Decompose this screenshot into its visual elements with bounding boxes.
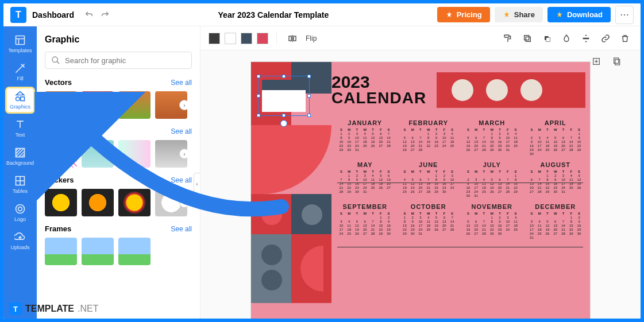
link-icon[interactable] <box>598 31 613 46</box>
month-may: MAYSMTWTFS 12345678910111213141516171819… <box>337 161 393 197</box>
color-swatch[interactable] <box>209 33 220 44</box>
section-title: Frames <box>45 224 71 233</box>
svg-point-4 <box>16 97 20 101</box>
watermark: T TEMPLATE.NET <box>9 302 98 315</box>
body: Templates Fill Graphics Text Background … <box>3 26 641 319</box>
dashboard-link[interactable]: Dashboard <box>32 10 74 20</box>
frame-thumb[interactable] <box>118 238 151 265</box>
redo-button[interactable] <box>98 8 112 22</box>
frame-thumb[interactable] <box>45 238 77 265</box>
see-all-stickers[interactable]: See all <box>171 176 192 184</box>
scroll-right-icon[interactable]: › <box>179 100 187 110</box>
svg-point-12 <box>52 57 57 62</box>
sticker-thumb[interactable] <box>45 189 77 216</box>
rail-uploads[interactable]: Uploads <box>6 228 34 254</box>
more-menu-button[interactable]: ⋯ <box>615 6 634 24</box>
app-logo[interactable]: T <box>10 7 26 23</box>
pricing-button[interactable]: Pricing <box>437 7 490 22</box>
vector-thumb[interactable]: › <box>155 91 187 119</box>
month-name: AUGUST <box>528 161 584 168</box>
copy-icon[interactable] <box>520 31 535 46</box>
calendar-word: CALENDAR <box>331 91 426 106</box>
illustration-thumb[interactable]: › <box>155 140 187 168</box>
download-label: Download <box>567 10 603 19</box>
collapse-panel-button[interactable]: ‹ <box>194 173 200 196</box>
selected-graphic[interactable] <box>258 76 310 116</box>
rail-logo[interactable]: Logo <box>6 200 34 226</box>
frame-thumb[interactable] <box>82 238 114 265</box>
color-swatch[interactable] <box>257 33 268 44</box>
trash-icon[interactable] <box>618 31 633 46</box>
section-illustrations: IllustrationsSee all › <box>45 127 192 168</box>
separator <box>276 32 277 45</box>
svg-rect-25 <box>615 60 620 65</box>
layer-icon[interactable] <box>539 31 554 46</box>
app-root: T Dashboard Year 2023 Calendar Template … <box>3 3 641 319</box>
month-name: DECEMBER <box>528 203 584 210</box>
see-all-illustrations[interactable]: See all <box>171 127 192 135</box>
color-swatch[interactable] <box>225 33 236 44</box>
sticker-thumb[interactable] <box>82 189 114 216</box>
search-input[interactable] <box>65 56 186 65</box>
svg-line-13 <box>57 61 59 64</box>
month-december: DECEMBERSMTWTFS 123456789101112131415161… <box>528 203 584 239</box>
download-button[interactable]: Download <box>547 7 611 22</box>
header: T Dashboard Year 2023 Calendar Template … <box>3 3 641 26</box>
rail-graphics[interactable]: Graphics <box>6 87 34 113</box>
scroll-right-icon[interactable]: › <box>179 149 187 159</box>
rail-label: Fill <box>17 76 24 82</box>
section-title: Vectors <box>45 78 72 87</box>
rail-label: Logo <box>14 216 26 222</box>
color-swatch[interactable] <box>241 33 252 44</box>
rail-templates[interactable]: Templates <box>6 31 34 57</box>
canvas[interactable]: 2023 CALENDAR JANUARYSMTWTFS123456789101… <box>200 51 641 319</box>
element-toolbar: Flip <box>200 26 641 51</box>
sticker-thumb[interactable]: › <box>155 189 187 216</box>
vector-thumb[interactable] <box>45 91 77 119</box>
rail-background[interactable]: Background <box>6 143 34 169</box>
vector-thumb[interactable] <box>118 91 151 119</box>
rail-label: Uploads <box>10 245 29 250</box>
svg-rect-0 <box>16 36 25 45</box>
sticker-thumb[interactable] <box>118 189 151 216</box>
duplicate-page-icon[interactable] <box>610 54 624 69</box>
month-name: JULY <box>464 161 520 168</box>
illustration-thumb[interactable] <box>118 140 151 168</box>
pricing-label: Pricing <box>457 10 482 19</box>
add-page-icon[interactable] <box>589 54 604 69</box>
rotate-handle[interactable] <box>280 120 287 127</box>
paint-roller-icon[interactable] <box>500 31 515 46</box>
rail-fill[interactable]: Fill <box>6 59 34 85</box>
svg-rect-26 <box>614 58 619 63</box>
month-name: FEBRUARY <box>401 119 457 126</box>
rail-tables[interactable]: Tables <box>6 172 34 197</box>
svg-point-11 <box>18 207 22 211</box>
document-title[interactable]: Year 2023 Calendar Template <box>114 10 433 20</box>
year-text: 2023 <box>331 74 426 91</box>
flip-button[interactable] <box>285 31 300 46</box>
droplet-icon[interactable] <box>559 31 574 46</box>
rail-text[interactable]: Text <box>6 115 34 141</box>
share-button[interactable]: Share <box>495 7 543 22</box>
calendar-page[interactable]: 2023 CALENDAR JANUARYSMTWTFS123456789101… <box>251 62 590 319</box>
month-july: JULYSMTWTFS 1234567891011121314151617181… <box>464 161 520 197</box>
see-all-frames[interactable]: See all <box>171 225 192 233</box>
illustration-thumb[interactable] <box>45 140 77 168</box>
month-february: FEBRUARYSMTWTFS 123456789101112131415161… <box>401 119 457 156</box>
circle-decoration <box>520 79 542 101</box>
vector-thumb[interactable] <box>82 91 114 119</box>
align-icon[interactable] <box>579 31 593 46</box>
undo-button[interactable] <box>82 8 96 22</box>
svg-rect-17 <box>504 35 509 37</box>
calendar-header: 2023 CALENDAR <box>331 72 585 108</box>
see-all-vectors[interactable]: See all <box>171 79 192 87</box>
search-box[interactable] <box>45 52 192 69</box>
svg-rect-14 <box>289 36 291 41</box>
watermark-suffix: .NET <box>78 304 98 314</box>
scroll-right-icon[interactable]: › <box>179 197 187 208</box>
month-name: MARCH <box>464 119 520 126</box>
month-name: APRIL <box>528 119 584 126</box>
calendar-grid: JANUARYSMTWTFS12345678910111213141516171… <box>337 119 583 239</box>
panel-title: Graphic <box>45 34 192 45</box>
illustration-thumb[interactable] <box>82 140 114 168</box>
